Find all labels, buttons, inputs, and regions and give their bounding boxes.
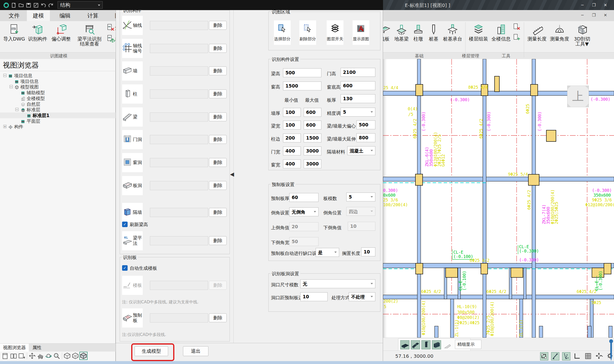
input-window_sill[interactable]: 600 [340, 81, 375, 90]
input-beam_height[interactable]: 500 [283, 68, 321, 77]
measure-pencil-icon[interactable] [444, 341, 451, 348]
region-button-剔除部分[interactable]: 剔除部分 [299, 20, 316, 45]
new-file-icon[interactable] [10, 2, 17, 9]
collapse-box[interactable]: − [10, 85, 13, 88]
delete-button-预制板[interactable]: 删除 [209, 313, 227, 322]
close-button[interactable]: ✕ [601, 2, 610, 8]
component-tile-墙[interactable]: 墙 [122, 61, 143, 80]
generate-model-button[interactable]: 生成模型 [135, 346, 168, 356]
dropdown-hole_modulus[interactable]: 无 [300, 279, 375, 288]
component-tile-板洞[interactable]: 板洞 [122, 176, 143, 195]
input-window_width-min[interactable]: 400 [283, 159, 301, 168]
region-button-显示原图[interactable]: 显示原图 [353, 20, 369, 45]
tree-item-辅助模型[interactable]: 辅助模型 [0, 90, 116, 95]
dropdown-treatment[interactable]: 不处理 [349, 292, 375, 301]
collapse-box[interactable]: − [15, 108, 18, 111]
component-tile-隔墙[interactable]: 隔墙 [122, 203, 143, 222]
layer-input-板洞[interactable] [150, 181, 208, 190]
ribbon-button-全楼信息[interactable]: 全楼信息 [490, 23, 512, 41]
ribbon-button-地基梁[interactable]: 地基梁 [392, 23, 411, 41]
delete-button-轴线编号[interactable]: 删除 [209, 44, 227, 53]
layer-input-门洞[interactable] [150, 135, 208, 144]
pages-icon[interactable] [10, 352, 17, 359]
page-plus-icon[interactable] [18, 352, 25, 359]
ribbon-mini-doc-x[interactable] [512, 23, 522, 32]
tree-item-模型视图[interactable]: −模型视图 [0, 84, 116, 90]
save-icon[interactable] [25, 2, 32, 9]
delete-button-柱[interactable]: 删除 [209, 90, 227, 98]
input-wall_thickness-max[interactable]: 600 [304, 108, 321, 117]
tree-item-全楼模型[interactable]: 全楼模型 [0, 95, 116, 101]
layer-input-墙[interactable] [150, 66, 208, 76]
sel-mode-icon[interactable] [540, 352, 548, 360]
tree-item-标准层1[interactable]: 标准层1 [0, 112, 116, 118]
input-window_height[interactable]: 1500 [283, 81, 321, 91]
delete-button-轴线[interactable]: 删除 [209, 21, 227, 30]
delete-button-门洞[interactable]: 删除 [209, 135, 227, 144]
grid9-icon[interactable] [584, 352, 592, 360]
tab-文件[interactable]: 文件 [4, 10, 25, 21]
draw-angle-icon[interactable] [551, 352, 559, 360]
layer-input-轴线[interactable] [150, 21, 208, 30]
layer-input-柱[interactable] [150, 90, 208, 99]
display-mode-dropdown[interactable]: 精细显示 [455, 340, 481, 349]
exit-button[interactable]: 退出 [183, 346, 209, 356]
input-door_width-max[interactable]: 3000 [304, 146, 321, 155]
input-rest_length[interactable]: 10 [361, 247, 375, 256]
layer-input-梁[interactable] [150, 112, 208, 122]
undo-icon[interactable] [40, 2, 47, 9]
collapse-panel-arrow[interactable]: ◀ [230, 171, 234, 177]
refresh-beam-height-checkbox[interactable]: ✓ [122, 221, 128, 227]
dropdown-partition_material[interactable]: 混凝土 [347, 146, 375, 155]
input-hole_distance[interactable]: 10 [300, 292, 328, 301]
dropdown-precision[interactable]: 5 [340, 108, 375, 117]
component-tile-门洞[interactable]: 门洞 [122, 130, 143, 149]
tree-item-项目信息[interactable]: 项目信息 [0, 78, 116, 84]
collapse-box[interactable]: − [3, 74, 6, 77]
input-beam_wall_offset[interactable]: 500 [356, 120, 375, 129]
ribbon-button-识别构件[interactable]: 识别构件 [26, 23, 49, 41]
input-beam_wall_extend[interactable]: 800 [356, 133, 375, 142]
auto-floor-checkbox[interactable]: ✓ [122, 265, 128, 271]
component-tile-窗洞[interactable]: 窗洞 [122, 153, 143, 172]
panel-tab-属性[interactable]: 属性 [29, 344, 45, 351]
layer-input-隔墙[interactable] [150, 208, 208, 217]
tree-item-标准层[interactable]: −标准层 [0, 107, 116, 112]
ortho-icon[interactable] [573, 352, 581, 360]
tg-col-toggle[interactable] [421, 340, 431, 349]
tab-建模[interactable]: 建模 [27, 10, 50, 21]
input-door_width-min[interactable]: 400 [283, 146, 301, 155]
input-thickness[interactable]: 60 [289, 193, 318, 202]
open-file-icon[interactable] [18, 2, 25, 9]
zoom-icon[interactable] [53, 352, 60, 359]
ribbon-mini-doc-move[interactable] [512, 33, 522, 43]
dropdown-auto_notch[interactable]: 是 [316, 248, 339, 257]
cube-wire-icon[interactable] [72, 352, 79, 359]
delete-button-梁[interactable]: 删除 [209, 112, 227, 121]
ribbon-button-桩基[interactable]: 桩基 [426, 23, 441, 41]
component-tile-梁[interactable]: 梁 [122, 107, 143, 127]
ribbon-button-3D剖切[interactable]: 3D剖切工具▼ [571, 23, 593, 47]
tg-beam-toggle[interactable] [411, 340, 420, 349]
delete-button-板洞[interactable]: 删除 [209, 181, 227, 190]
dropdown-modulus[interactable]: 5 [346, 193, 375, 201]
expand-box[interactable]: + [3, 125, 6, 128]
region-button-选择部分[interactable]: 选择部分 [274, 20, 291, 45]
mdi-minimize-button[interactable]: ─ [577, 12, 587, 18]
component-tile-梁平法[interactable]: KL梁平法 [122, 231, 143, 250]
tree-item-构件[interactable]: +构件 [0, 124, 116, 130]
input-slab_thickness[interactable]: 130 [340, 94, 375, 103]
tree-item-平面层[interactable]: 平面层 [0, 118, 116, 124]
nav-up-button[interactable]: 上 [567, 86, 589, 107]
tab-计算[interactable]: 计算 [82, 10, 103, 21]
input-beam_width-min[interactable]: 100 [283, 121, 301, 130]
minimize-button[interactable]: ─ [577, 2, 587, 8]
ribbon-button-偏心调整[interactable]: 偏心调整 [49, 23, 73, 41]
redo-icon[interactable] [48, 2, 54, 9]
restore-button[interactable]: ❐ [589, 2, 599, 8]
cube-solid-icon[interactable] [80, 352, 87, 359]
delete-button-梁平法[interactable]: 删除 [209, 236, 227, 245]
input-column_side-min[interactable]: 200 [283, 134, 301, 143]
dropdown-chamfer[interactable]: 无倒角 [289, 208, 318, 216]
component-tile-预制板[interactable]: 预制板 [122, 308, 143, 327]
